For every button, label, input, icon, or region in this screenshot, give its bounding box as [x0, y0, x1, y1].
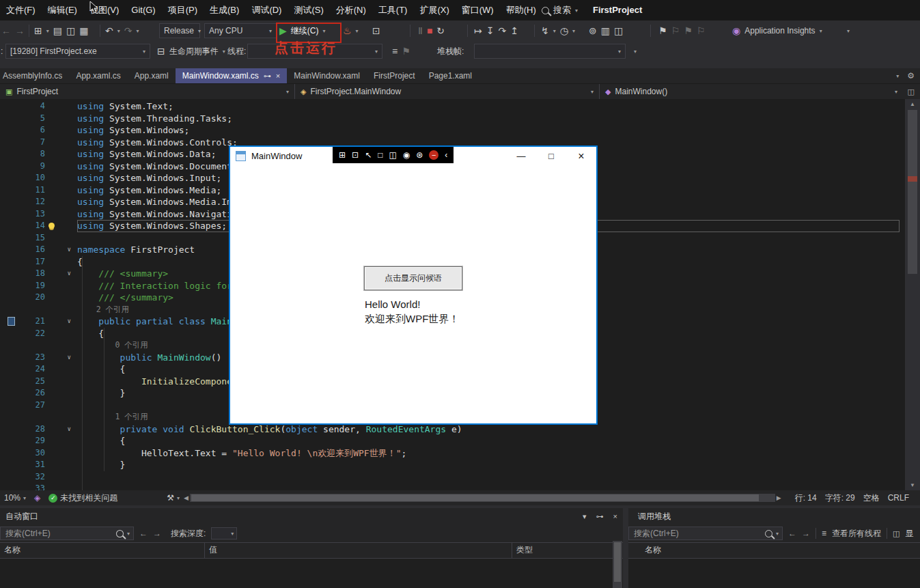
scroll-right-icon[interactable]: ▶: [777, 494, 781, 501]
column-indicator[interactable]: 字符: 29: [821, 492, 859, 504]
line-indicator[interactable]: 行: 14: [791, 492, 821, 504]
step-over-icon[interactable]: ↷: [498, 23, 506, 39]
autos-grid-body[interactable]: [0, 559, 623, 588]
title-search-box[interactable]: 搜索 ▾: [542, 0, 578, 20]
diagnostics-icon[interactable]: ↯: [541, 23, 549, 39]
spaces-indicator[interactable]: 空格: [859, 492, 884, 504]
wpf-title-bar[interactable]: MainWindow ⊞⊡↖□◫◉⊛−‹ — □ ×: [230, 147, 596, 165]
pause-visual-tree-icon[interactable]: −: [429, 150, 438, 160]
save-icon[interactable]: ◫: [66, 23, 75, 39]
editor-horizontal-scrollbar[interactable]: [190, 494, 775, 502]
panel-vertical-splitter[interactable]: [623, 508, 628, 588]
scroll-left-icon[interactable]: ◀: [184, 494, 189, 501]
chevron-down-icon[interactable]: ▾: [572, 28, 575, 34]
tab[interactable]: AssemblyInfo.cs: [0, 68, 69, 83]
lifecycle-events-button[interactable]: ⊟ 生命周期事件 ▾: [157, 43, 225, 59]
autos-search-box[interactable]: ▾: [0, 527, 134, 540]
stop-icon[interactable]: ■: [427, 23, 432, 39]
tab[interactable]: Page1.xaml: [422, 68, 479, 83]
tab-list-icon[interactable]: ▾: [896, 73, 899, 79]
chevron-down-icon[interactable]: ▾: [117, 28, 120, 34]
bookmark-icon[interactable]: ⚑: [658, 23, 667, 39]
pause-icon[interactable]: Ⅱ: [418, 23, 423, 39]
chevron-down-icon[interactable]: ▾: [553, 28, 556, 34]
t-options-gear-icon[interactable]: ⚙: [907, 71, 915, 81]
screenshot-icon[interactable]: ⊡: [352, 147, 359, 163]
flag-thread-icon[interactable]: ⚑: [402, 43, 410, 59]
track-focused-icon[interactable]: ◫: [389, 147, 396, 163]
issues-status[interactable]: ✓ 未找到相关问题: [44, 492, 122, 504]
step-out-icon[interactable]: ↥: [510, 23, 518, 39]
collapse-toolbar-icon[interactable]: ‹: [445, 147, 447, 163]
editor-margin-icon[interactable]: [8, 317, 15, 326]
menu-item[interactable]: 项目(P): [162, 0, 204, 20]
save-all-icon[interactable]: ▦: [79, 23, 88, 39]
type-dropdown[interactable]: ◈ FirstProject.MainWindow ▾: [295, 84, 600, 99]
hot-reload-button[interactable]: ♨ ▾: [343, 23, 359, 39]
fold-arrow-icon[interactable]: ∨: [68, 352, 71, 364]
column-header[interactable]: 名称: [0, 543, 205, 558]
menu-item[interactable]: 窗口(W): [456, 0, 500, 20]
line-ending-indicator[interactable]: CRLF: [884, 493, 913, 503]
tab[interactable]: App.xaml.cs: [69, 68, 127, 83]
editor-vertical-scrollbar[interactable]: ▲ ▼: [905, 99, 920, 490]
platform-dropdown[interactable]: Any CPU▾: [204, 23, 277, 38]
chevron-down-icon[interactable]: ▾: [46, 28, 49, 34]
navigate-backward-icon[interactable]: ←: [1, 23, 11, 39]
open-file-icon[interactable]: ▤: [53, 23, 62, 39]
scrollbar-thumb[interactable]: [614, 542, 621, 582]
tab[interactable]: MainWindow.xaml.cs⊶×: [176, 68, 287, 83]
fold-arrow-icon[interactable]: ∨: [68, 316, 71, 328]
process-dropdown[interactable]: [19280] FirstProject.exe▾: [5, 44, 150, 59]
app-insights-button[interactable]: ◉ Application Insights ▾: [732, 23, 822, 39]
call-stack-search-input[interactable]: [632, 528, 762, 539]
events-icon[interactable]: ◷: [560, 23, 568, 39]
chevron-down-icon[interactable]: ▾: [127, 531, 130, 537]
menu-item[interactable]: 生成(B): [204, 0, 245, 20]
accessibility-checker-icon[interactable]: ⊛: [416, 147, 423, 163]
show-threads-icon[interactable]: ≡: [392, 43, 398, 59]
view-all-threads-button[interactable]: 查看所有线程: [832, 528, 881, 540]
status-purple-icon-button[interactable]: ◈: [30, 493, 44, 503]
menu-item[interactable]: 编辑(E): [42, 0, 83, 20]
menu-item[interactable]: 帮助(H): [500, 0, 542, 20]
hot-reload-indicator-icon[interactable]: ◉: [403, 147, 410, 163]
autos-scrollbar[interactable]: [613, 541, 622, 588]
restart-icon[interactable]: ↻: [436, 23, 445, 39]
menu-item[interactable]: 分析(N): [330, 0, 372, 20]
panel-close-icon[interactable]: ×: [613, 512, 617, 520]
split-editor-icon[interactable]: ◫: [908, 87, 915, 96]
configuration-dropdown[interactable]: Release▾: [159, 23, 200, 38]
frames-icon[interactable]: ◫: [614, 23, 623, 39]
search-prev-icon[interactable]: ←: [788, 529, 796, 538]
call-stack-body[interactable]: [628, 559, 920, 588]
minimize-button[interactable]: —: [506, 147, 536, 165]
column-header[interactable]: 类型: [512, 543, 623, 558]
greet-button[interactable]: 点击显示问候语: [364, 266, 462, 290]
chevron-down-icon[interactable]: ▾: [575, 8, 578, 14]
panel-pin-icon[interactable]: ⊶: [596, 512, 604, 521]
panel-menu-icon[interactable]: ▾: [583, 512, 587, 521]
apply-changes-button[interactable]: ⊡: [372, 23, 380, 39]
tab[interactable]: App.xaml: [128, 68, 176, 83]
fold-arrow-icon[interactable]: ∨: [68, 423, 71, 436]
call-stack-search-box[interactable]: ▾: [628, 527, 783, 540]
search-next-icon[interactable]: →: [802, 529, 810, 538]
column-header[interactable]: 名称: [628, 543, 920, 558]
step-into-icon[interactable]: ↧: [486, 23, 494, 39]
next-bookmark-icon[interactable]: ⚑: [684, 23, 693, 39]
scrollbar-thumb[interactable]: [191, 494, 759, 501]
search-depth-dropdown[interactable]: ▾: [211, 527, 237, 540]
project-dropdown[interactable]: ▣ FirstProject ▾: [0, 84, 295, 99]
new-file-icon[interactable]: ⊞: [34, 23, 42, 39]
redo-icon[interactable]: ↷: [124, 23, 133, 39]
maximize-button[interactable]: □: [536, 147, 566, 165]
tab[interactable]: FirstProject: [367, 68, 422, 83]
navigate-forward-icon[interactable]: →: [15, 23, 25, 39]
toolbar-overflow[interactable]: ▾: [634, 43, 637, 59]
toolbar-overflow[interactable]: ▾: [847, 23, 850, 39]
close-button[interactable]: ×: [566, 147, 596, 165]
enable-selection-icon[interactable]: ↖: [365, 147, 372, 163]
tab-close-icon[interactable]: ×: [276, 72, 280, 80]
menu-item[interactable]: Git(G): [125, 0, 161, 20]
